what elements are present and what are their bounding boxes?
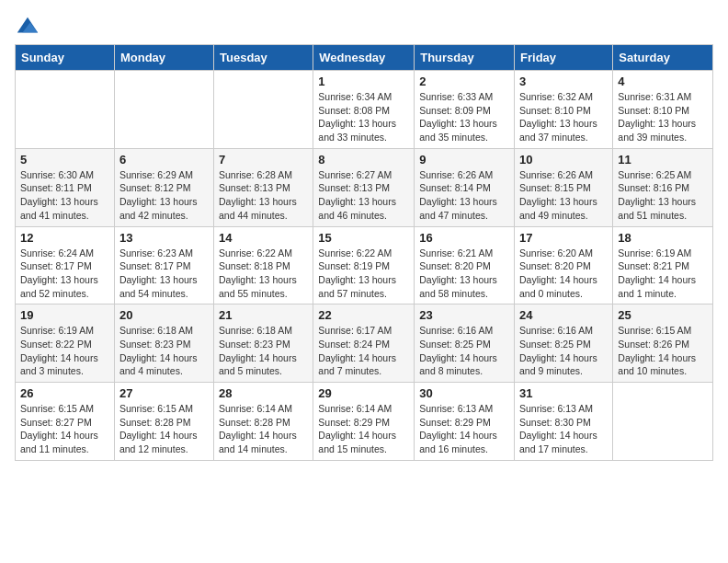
calendar-week-row: 26Sunrise: 6:15 AM Sunset: 8:27 PM Dayli… [16, 383, 713, 461]
day-number: 13 [119, 231, 209, 245]
day-info: Sunrise: 6:18 AM Sunset: 8:23 PM Dayligh… [119, 324, 209, 378]
day-number: 27 [119, 386, 209, 400]
day-number: 18 [618, 231, 708, 245]
calendar-week-row: 19Sunrise: 6:19 AM Sunset: 8:22 PM Dayli… [16, 304, 713, 383]
day-number: 29 [318, 386, 409, 400]
day-info: Sunrise: 6:22 AM Sunset: 8:19 PM Dayligh… [318, 247, 409, 301]
day-number: 7 [219, 153, 308, 167]
calendar-cell: 12Sunrise: 6:24 AM Sunset: 8:17 PM Dayli… [16, 226, 115, 304]
day-info: Sunrise: 6:15 AM Sunset: 8:28 PM Dayligh… [119, 402, 209, 456]
calendar-cell [214, 71, 313, 149]
day-number: 9 [419, 153, 509, 167]
day-info: Sunrise: 6:15 AM Sunset: 8:27 PM Dayligh… [20, 402, 109, 456]
day-info: Sunrise: 6:33 AM Sunset: 8:09 PM Dayligh… [419, 90, 509, 144]
day-number: 1 [318, 75, 409, 88]
day-number: 25 [618, 308, 708, 322]
day-number: 10 [519, 153, 608, 167]
calendar-cell: 17Sunrise: 6:20 AM Sunset: 8:20 PM Dayli… [515, 226, 613, 304]
calendar-cell: 15Sunrise: 6:22 AM Sunset: 8:19 PM Dayli… [313, 226, 415, 304]
day-number: 5 [20, 153, 109, 167]
calendar-cell: 5Sunrise: 6:30 AM Sunset: 8:11 PM Daylig… [16, 148, 115, 226]
day-info: Sunrise: 6:17 AM Sunset: 8:24 PM Dayligh… [318, 324, 409, 378]
calendar-cell: 1Sunrise: 6:34 AM Sunset: 8:08 PM Daylig… [313, 71, 415, 149]
calendar-cell: 26Sunrise: 6:15 AM Sunset: 8:27 PM Dayli… [16, 383, 115, 461]
day-number: 2 [419, 75, 509, 88]
calendar-cell: 2Sunrise: 6:33 AM Sunset: 8:09 PM Daylig… [415, 71, 515, 149]
day-number: 3 [519, 75, 608, 88]
weekday-header-monday: Monday [114, 45, 213, 71]
weekday-header-friday: Friday [515, 45, 613, 71]
day-info: Sunrise: 6:22 AM Sunset: 8:18 PM Dayligh… [219, 247, 308, 301]
day-info: Sunrise: 6:25 AM Sunset: 8:16 PM Dayligh… [618, 168, 708, 223]
day-number: 23 [419, 308, 509, 322]
calendar-cell: 16Sunrise: 6:21 AM Sunset: 8:20 PM Dayli… [415, 226, 515, 304]
day-number: 21 [219, 308, 308, 322]
calendar-cell: 24Sunrise: 6:16 AM Sunset: 8:25 PM Dayli… [515, 304, 613, 383]
day-number: 30 [419, 386, 509, 400]
day-info: Sunrise: 6:21 AM Sunset: 8:20 PM Dayligh… [419, 247, 509, 301]
calendar-cell: 23Sunrise: 6:16 AM Sunset: 8:25 PM Dayli… [415, 304, 515, 383]
day-info: Sunrise: 6:16 AM Sunset: 8:25 PM Dayligh… [519, 324, 608, 378]
calendar-header-row: SundayMondayTuesdayWednesdayThursdayFrid… [16, 45, 713, 71]
day-info: Sunrise: 6:19 AM Sunset: 8:21 PM Dayligh… [618, 247, 708, 301]
calendar-cell: 14Sunrise: 6:22 AM Sunset: 8:18 PM Dayli… [214, 226, 313, 304]
weekday-header-sunday: Sunday [16, 45, 115, 71]
calendar-week-row: 12Sunrise: 6:24 AM Sunset: 8:17 PM Dayli… [16, 226, 713, 304]
day-info: Sunrise: 6:26 AM Sunset: 8:14 PM Dayligh… [419, 168, 509, 223]
calendar-cell: 28Sunrise: 6:14 AM Sunset: 8:28 PM Dayli… [214, 383, 313, 461]
day-info: Sunrise: 6:27 AM Sunset: 8:13 PM Dayligh… [318, 168, 409, 223]
day-info: Sunrise: 6:15 AM Sunset: 8:26 PM Dayligh… [618, 324, 708, 378]
day-info: Sunrise: 6:30 AM Sunset: 8:11 PM Dayligh… [20, 168, 109, 223]
calendar-cell: 27Sunrise: 6:15 AM Sunset: 8:28 PM Dayli… [114, 383, 213, 461]
calendar-week-row: 1Sunrise: 6:34 AM Sunset: 8:08 PM Daylig… [16, 71, 713, 149]
weekday-header-saturday: Saturday [613, 45, 713, 71]
calendar-cell: 7Sunrise: 6:28 AM Sunset: 8:13 PM Daylig… [214, 148, 313, 226]
day-info: Sunrise: 6:23 AM Sunset: 8:17 PM Dayligh… [119, 247, 209, 301]
day-number: 12 [20, 231, 109, 245]
calendar-cell: 19Sunrise: 6:19 AM Sunset: 8:22 PM Dayli… [16, 304, 115, 383]
day-info: Sunrise: 6:14 AM Sunset: 8:29 PM Dayligh… [318, 402, 409, 456]
calendar-cell: 30Sunrise: 6:13 AM Sunset: 8:29 PM Dayli… [415, 383, 515, 461]
day-number: 24 [519, 308, 608, 322]
day-info: Sunrise: 6:24 AM Sunset: 8:17 PM Dayligh… [20, 247, 109, 301]
calendar-cell: 29Sunrise: 6:14 AM Sunset: 8:29 PM Dayli… [313, 383, 415, 461]
calendar-cell: 10Sunrise: 6:26 AM Sunset: 8:15 PM Dayli… [515, 148, 613, 226]
day-info: Sunrise: 6:13 AM Sunset: 8:29 PM Dayligh… [419, 402, 509, 456]
calendar-cell: 4Sunrise: 6:31 AM Sunset: 8:10 PM Daylig… [613, 71, 713, 149]
calendar-cell: 21Sunrise: 6:18 AM Sunset: 8:23 PM Dayli… [214, 304, 313, 383]
calendar-table: SundayMondayTuesdayWednesdayThursdayFrid… [15, 44, 713, 461]
day-info: Sunrise: 6:18 AM Sunset: 8:23 PM Dayligh… [219, 324, 308, 378]
day-number: 8 [318, 153, 409, 167]
day-info: Sunrise: 6:16 AM Sunset: 8:25 PM Dayligh… [419, 324, 509, 378]
day-info: Sunrise: 6:13 AM Sunset: 8:30 PM Dayligh… [519, 402, 608, 456]
calendar-cell: 20Sunrise: 6:18 AM Sunset: 8:23 PM Dayli… [114, 304, 213, 383]
day-number: 31 [519, 386, 608, 400]
day-number: 16 [419, 231, 509, 245]
logo [15, 15, 44, 40]
calendar-cell [16, 71, 115, 149]
day-info: Sunrise: 6:34 AM Sunset: 8:08 PM Dayligh… [318, 90, 409, 144]
weekday-header-thursday: Thursday [415, 45, 515, 71]
day-number: 6 [119, 153, 209, 167]
day-number: 22 [318, 308, 409, 322]
calendar-cell: 22Sunrise: 6:17 AM Sunset: 8:24 PM Dayli… [313, 304, 415, 383]
day-info: Sunrise: 6:26 AM Sunset: 8:15 PM Dayligh… [519, 168, 608, 223]
day-info: Sunrise: 6:14 AM Sunset: 8:28 PM Dayligh… [219, 402, 308, 456]
day-number: 19 [20, 308, 109, 322]
day-info: Sunrise: 6:28 AM Sunset: 8:13 PM Dayligh… [219, 168, 308, 223]
calendar-cell [114, 71, 213, 149]
calendar-cell: 9Sunrise: 6:26 AM Sunset: 8:14 PM Daylig… [415, 148, 515, 226]
weekday-header-wednesday: Wednesday [313, 45, 415, 71]
day-info: Sunrise: 6:32 AM Sunset: 8:10 PM Dayligh… [519, 90, 608, 144]
day-number: 15 [318, 231, 409, 245]
weekday-header-tuesday: Tuesday [214, 45, 313, 71]
day-number: 26 [20, 386, 109, 400]
calendar-cell [613, 383, 713, 461]
calendar-cell: 13Sunrise: 6:23 AM Sunset: 8:17 PM Dayli… [114, 226, 213, 304]
calendar-cell: 25Sunrise: 6:15 AM Sunset: 8:26 PM Dayli… [613, 304, 713, 383]
day-number: 14 [219, 231, 308, 245]
calendar-week-row: 5Sunrise: 6:30 AM Sunset: 8:11 PM Daylig… [16, 148, 713, 226]
calendar-cell: 18Sunrise: 6:19 AM Sunset: 8:21 PM Dayli… [613, 226, 713, 304]
calendar-cell: 3Sunrise: 6:32 AM Sunset: 8:10 PM Daylig… [515, 71, 613, 149]
day-number: 28 [219, 386, 308, 400]
